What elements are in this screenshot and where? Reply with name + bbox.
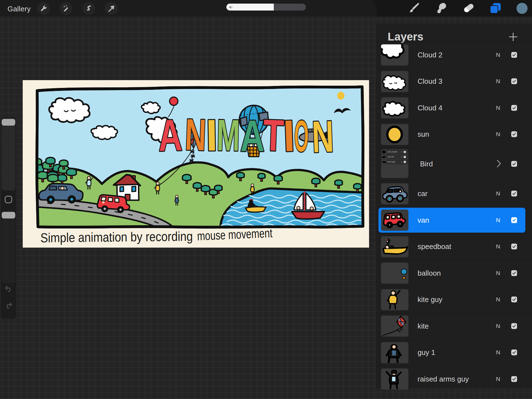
- svg-text:T: T: [262, 110, 285, 161]
- svg-text:O: O: [294, 111, 309, 161]
- svg-text:N: N: [311, 111, 335, 162]
- svg-text:I: I: [282, 111, 296, 161]
- svg-text:I: I: [205, 110, 218, 160]
- svg-text:M: M: [216, 110, 240, 160]
- svg-text:A: A: [157, 110, 183, 160]
- svg-text:Simple animation by recording: Simple animation by recording: [40, 229, 193, 245]
- svg-text:N: N: [184, 110, 207, 160]
- svg-text:A: A: [240, 111, 265, 161]
